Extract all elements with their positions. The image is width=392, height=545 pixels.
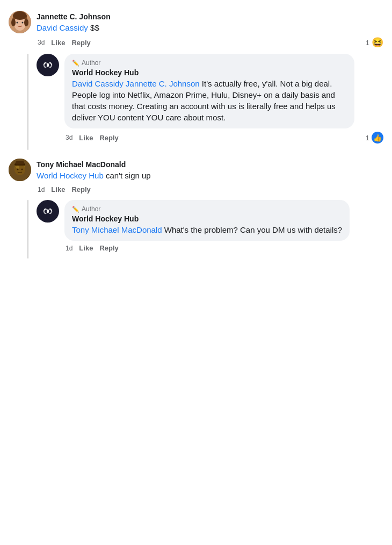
svg-point-10 <box>47 63 49 67</box>
tony-text: World Hockey Hub can't sign up <box>37 170 151 181</box>
jannette-bubble: Jannette C. Johnson David Cassidy $$ <box>37 11 111 34</box>
svg-point-20 <box>47 210 49 213</box>
avatar-tony <box>9 159 31 181</box>
tony-actions: 1d Like Reply <box>37 185 383 193</box>
whh-1-like-button[interactable]: Like <box>79 134 93 142</box>
whh-2-time: 1d <box>66 245 72 252</box>
whh-2-author-text: Author <box>82 205 100 213</box>
tony-time: 1d <box>38 186 45 193</box>
whh-1-actions: 3d Like Reply 1 👍 <box>64 132 383 144</box>
comment-row-jannette: Jannette C. Johnson David Cassidy $$ 3d … <box>9 11 383 47</box>
whh-2-name: World Hockey Hub <box>72 214 139 223</box>
comment-row-tony: Tony Michael MacDonald World Hockey Hub … <box>9 159 383 193</box>
whh-1-author-label: ✏️ Author <box>72 59 347 67</box>
whh-1-text: David Cassidy Jannette C. Johnson It's a… <box>72 78 347 123</box>
tony-reply-button[interactable]: Reply <box>71 185 90 193</box>
jannette-reply-button[interactable]: Reply <box>71 39 90 47</box>
svg-point-13 <box>14 164 25 175</box>
whh-1-reaction-row: 1 👍 <box>366 132 383 144</box>
like-thumb-icon-1: 👍 <box>372 132 383 144</box>
whh-1-name: World Hockey Hub <box>72 68 139 77</box>
jannette-reaction-row: 1 😆 <box>366 38 383 47</box>
tony-like-button[interactable]: Like <box>51 185 65 193</box>
svg-point-4 <box>13 11 26 20</box>
comment-row-whh-2: ✏️ Author World Hockey Hub Tony Michael … <box>37 200 383 252</box>
svg-point-5 <box>17 22 18 24</box>
jannette-replies-wrapper: ✏️ Author World Hockey Hub David Cassidy… <box>9 54 383 150</box>
tony-bubble: Tony Michael MacDonald World Hockey Hub … <box>37 159 151 182</box>
whh-2-author-label: ✏️ Author <box>72 205 342 213</box>
whh-2-reply-button[interactable]: Reply <box>99 244 118 252</box>
whh-2-text-content: What's the problem? Can you DM us with d… <box>164 225 342 234</box>
whh-1-author-text: Author <box>82 59 100 67</box>
whh-2-actions: 1d Like Reply <box>64 244 383 252</box>
svg-point-8 <box>24 19 28 26</box>
tony-avatar-svg <box>9 159 31 181</box>
thread-line-col-2 <box>9 200 37 259</box>
thread-line-2 <box>27 200 28 259</box>
svg-point-16 <box>21 169 23 170</box>
whh-2-like-button[interactable]: Like <box>79 244 93 252</box>
jannette-name: Jannette C. Johnson <box>37 12 111 21</box>
comment-thread-tony: Tony Michael MacDonald World Hockey Hub … <box>9 159 383 259</box>
whh-reply-1-container: ✏️ Author World Hockey Hub David Cassidy… <box>37 54 383 150</box>
svg-point-15 <box>17 169 19 170</box>
jannette-mention: David Cassidy <box>37 23 88 32</box>
comment-content-jannette: Jannette C. Johnson David Cassidy $$ 3d … <box>37 11 383 47</box>
jannette-avatar-svg <box>9 11 31 33</box>
thread-line-col <box>9 54 37 150</box>
comments-container: Jannette C. Johnson David Cassidy $$ 3d … <box>9 11 383 259</box>
jannette-text-content: $$ <box>90 23 99 32</box>
jannette-reaction-count: 1 <box>366 39 369 47</box>
whh-logo-svg-1 <box>40 58 55 73</box>
comment-content-whh-1: ✏️ Author World Hockey Hub David Cassidy… <box>64 54 383 144</box>
whh-reply-2-container: ✏️ Author World Hockey Hub Tony Michael … <box>37 200 383 259</box>
whh-1-reaction-count: 1 <box>366 134 369 142</box>
whh-logo-svg-2 <box>40 204 55 219</box>
whh-1-bubble: ✏️ Author World Hockey Hub David Cassidy… <box>64 54 354 128</box>
comment-content-whh-2: ✏️ Author World Hockey Hub Tony Michael … <box>64 200 383 252</box>
thread-line <box>27 54 28 150</box>
tony-text-content: can't sign up <box>106 171 151 180</box>
comment-thread-jannette: Jannette C. Johnson David Cassidy $$ 3d … <box>9 11 383 150</box>
whh-2-text: Tony Michael MacDonald What's the proble… <box>72 224 342 235</box>
pencil-icon-2: ✏️ <box>72 206 79 213</box>
avatar-whh-1 <box>37 54 59 76</box>
comment-row-whh-1: ✏️ Author World Hockey Hub David Cassidy… <box>37 54 383 144</box>
jannette-text: David Cassidy $$ <box>37 22 111 33</box>
comment-content-tony: Tony Michael MacDonald World Hockey Hub … <box>37 159 383 193</box>
tony-replies-wrapper: ✏️ Author World Hockey Hub Tony Michael … <box>9 200 383 259</box>
whh-2-mention: Tony Michael MacDonald <box>72 225 162 234</box>
jannette-time: 3d <box>38 39 45 46</box>
tony-mention: World Hockey Hub <box>37 171 104 180</box>
whh-1-time: 3d <box>66 134 72 141</box>
jannette-like-button[interactable]: Like <box>51 39 65 47</box>
svg-point-7 <box>11 19 16 26</box>
svg-point-14 <box>16 166 19 169</box>
avatar-whh-2 <box>37 200 59 223</box>
whh-1-reply-button[interactable]: Reply <box>99 134 118 142</box>
tony-name: Tony Michael MacDonald <box>37 160 126 169</box>
whh-1-mention: David Cassidy Jannette C. Johnson <box>72 79 200 88</box>
jannette-reaction-emoji: 😆 <box>372 38 383 47</box>
avatar-jannette <box>9 11 31 33</box>
jannette-actions: 3d Like Reply 1 😆 <box>37 38 383 47</box>
whh-2-bubble: ✏️ Author World Hockey Hub Tony Michael … <box>64 200 350 241</box>
pencil-icon-1: ✏️ <box>72 60 79 67</box>
svg-point-6 <box>22 22 24 24</box>
svg-rect-18 <box>16 161 24 164</box>
